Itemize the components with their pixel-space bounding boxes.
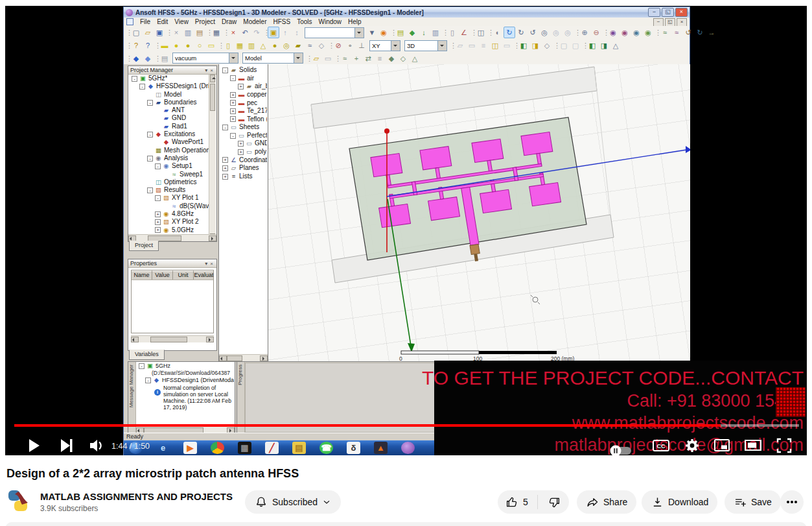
taskbar-icon[interactable]: ▤ bbox=[292, 442, 306, 454]
toolbar-icon[interactable]: ◉ bbox=[631, 27, 642, 38]
toolbar-icon[interactable]: ⇄ bbox=[362, 53, 374, 64]
tree-item[interactable]: + ▧ XY Plot 2 bbox=[129, 218, 209, 226]
toolbar-icon[interactable]: ▤ bbox=[194, 27, 205, 38]
toolbar-icon[interactable]: ↷ bbox=[251, 27, 262, 38]
tree-item[interactable]: - ◉ Analysis bbox=[129, 154, 209, 162]
toolbar-icon[interactable]: ⋮ bbox=[165, 27, 170, 38]
tree-item[interactable]: + ◉ 4.8GHz bbox=[129, 210, 209, 218]
tree-item[interactable]: + ∠ Coordinate bbox=[220, 156, 267, 165]
thumbs-up-icon[interactable] bbox=[505, 496, 519, 509]
taskbar-icon[interactable]: ▦ bbox=[238, 442, 251, 454]
toolbar-icon[interactable]: ▦ bbox=[234, 40, 246, 51]
tree-expander[interactable]: + bbox=[155, 227, 161, 233]
properties-column-header[interactable]: Evaluat bbox=[194, 270, 214, 280]
toolbar-icon[interactable]: ◎ bbox=[562, 27, 574, 38]
tree-item[interactable]: ▰ Rad1 bbox=[129, 123, 209, 130]
taskbar-icon[interactable]: ▲ bbox=[374, 442, 388, 454]
search-combo[interactable] bbox=[305, 27, 364, 38]
toolbar-icon[interactable]: ∠ bbox=[458, 27, 470, 38]
tree-item[interactable]: - ▨ Results bbox=[129, 186, 209, 194]
menu-item[interactable]: Edit bbox=[154, 18, 171, 25]
save-button[interactable]: Save bbox=[725, 490, 781, 514]
tree-expander[interactable]: + bbox=[238, 141, 244, 147]
toolbar-icon[interactable]: ◆ bbox=[142, 53, 154, 64]
toolbar-icon[interactable]: ∘ bbox=[344, 40, 356, 51]
chevron-down-icon[interactable] bbox=[294, 53, 303, 63]
horizontal-scrollbar[interactable] bbox=[219, 354, 268, 361]
toolbar-icon[interactable]: ◉ bbox=[378, 27, 389, 38]
tab-variables[interactable]: Variables bbox=[129, 350, 165, 360]
model-combo[interactable]: Model bbox=[242, 53, 303, 64]
toolbar-icon[interactable]: ◎ bbox=[550, 27, 562, 38]
thumbs-down-icon[interactable] bbox=[547, 496, 561, 509]
tree-expander[interactable]: + bbox=[230, 100, 236, 106]
toolbar-icon[interactable]: ▢ bbox=[130, 27, 142, 38]
tree-item[interactable]: - ◆ HFSSDesign1 (Driv bbox=[129, 82, 209, 90]
chevron-down-icon[interactable] bbox=[229, 53, 238, 63]
collapse-icon[interactable]: ▾ bbox=[203, 67, 209, 73]
tree-expander[interactable]: + bbox=[238, 84, 244, 90]
toolbar-icon[interactable]: ⊕ bbox=[579, 27, 590, 38]
menu-item[interactable]: View bbox=[171, 18, 192, 25]
miniplayer-button[interactable] bbox=[710, 434, 734, 455]
toolbar-icon[interactable]: △ bbox=[409, 53, 421, 64]
toolbar-icon[interactable]: ↻ bbox=[515, 27, 527, 38]
toolbar-icon[interactable]: ⋮ bbox=[389, 27, 395, 38]
tree-item[interactable]: ▰ GND bbox=[129, 114, 209, 122]
close-icon[interactable]: × bbox=[209, 67, 215, 73]
toolbar-icon[interactable]: ↺ bbox=[527, 27, 539, 38]
toolbar-icon[interactable]: ≈ bbox=[659, 27, 671, 38]
toolbar-icon[interactable]: ▣ bbox=[154, 27, 165, 38]
tree-item[interactable]: + ▬ copper bbox=[220, 91, 267, 99]
tree-item[interactable]: - ▰ Solids bbox=[220, 66, 267, 75]
toolbar-icon[interactable]: ◉ bbox=[607, 27, 619, 38]
tree-expander[interactable]: + bbox=[230, 92, 236, 98]
menu-item[interactable]: Draw bbox=[218, 18, 240, 25]
taskbar-icon[interactable] bbox=[401, 442, 415, 454]
toolbar-icon[interactable]: ⋮ bbox=[654, 27, 659, 38]
tree-item[interactable]: - ◆ Excitations bbox=[129, 130, 209, 138]
toolbar-icon[interactable]: ▢ bbox=[570, 40, 581, 51]
chevron-down-icon[interactable] bbox=[354, 28, 364, 38]
toolbar-icon[interactable]: ⋮ bbox=[205, 27, 211, 38]
toolbar-icon[interactable]: ↑ bbox=[279, 27, 291, 38]
tree-expander[interactable]: - bbox=[155, 163, 161, 169]
tree-expander[interactable]: - bbox=[139, 84, 145, 90]
menu-item[interactable]: Help bbox=[345, 18, 365, 25]
toolbar-icon[interactable]: ▢ bbox=[558, 40, 570, 51]
toolbar-icon[interactable]: ≡ bbox=[374, 53, 386, 64]
toolbar-icon[interactable]: ⋮ bbox=[487, 27, 492, 38]
menu-item[interactable]: File bbox=[137, 18, 154, 25]
toolbar-icon[interactable]: ▰ bbox=[292, 40, 304, 51]
toolbar-icon[interactable]: ▬ bbox=[159, 40, 170, 51]
tree-expander[interactable]: + bbox=[238, 149, 244, 155]
tree-expander[interactable]: - bbox=[147, 187, 153, 193]
taskbar-icon[interactable]: ▶ bbox=[183, 442, 197, 454]
toolbar-icon[interactable]: ⋮ bbox=[602, 27, 607, 38]
toolbar-icon[interactable]: ⋮ bbox=[222, 27, 227, 38]
toolbar-icon[interactable]: ⋮ bbox=[154, 40, 159, 51]
close-icon[interactable]: × bbox=[209, 261, 215, 267]
toolbar-icon[interactable]: × bbox=[227, 27, 239, 38]
settings-button[interactable] bbox=[680, 434, 704, 455]
tree-expander[interactable]: - bbox=[230, 75, 236, 81]
toolbar-icon[interactable]: ↻ bbox=[694, 27, 706, 38]
toolbar-icon[interactable]: ◨ bbox=[529, 40, 541, 51]
view-combo[interactable]: 3D bbox=[404, 40, 447, 51]
toolbar-icon[interactable]: ● bbox=[170, 40, 182, 51]
next-button[interactable] bbox=[54, 434, 78, 455]
toolbar-icon[interactable]: ▱ bbox=[310, 53, 322, 64]
tree-item[interactable]: ▰ ANT bbox=[129, 106, 209, 114]
tree-expander[interactable]: + bbox=[222, 165, 228, 171]
toolbar-icon[interactable]: ▱ bbox=[142, 27, 154, 38]
theater-mode-button[interactable] bbox=[741, 434, 765, 455]
toolbar-icon[interactable]: ≈ bbox=[671, 27, 682, 38]
tree-item[interactable]: - ▭ Sheets bbox=[220, 123, 267, 132]
tree-expander[interactable]: - bbox=[222, 67, 228, 73]
toolbar-icon[interactable]: ◎ bbox=[539, 27, 550, 38]
description-box[interactable] bbox=[5, 522, 807, 526]
tree-item[interactable]: + ▬ Teflon ( bbox=[220, 115, 267, 124]
toolbar-icon[interactable]: ◇ bbox=[316, 40, 327, 51]
toolbar-icon[interactable]: ? bbox=[142, 40, 154, 51]
tree-item[interactable]: - ▧ XY Plot 1 bbox=[129, 194, 209, 202]
